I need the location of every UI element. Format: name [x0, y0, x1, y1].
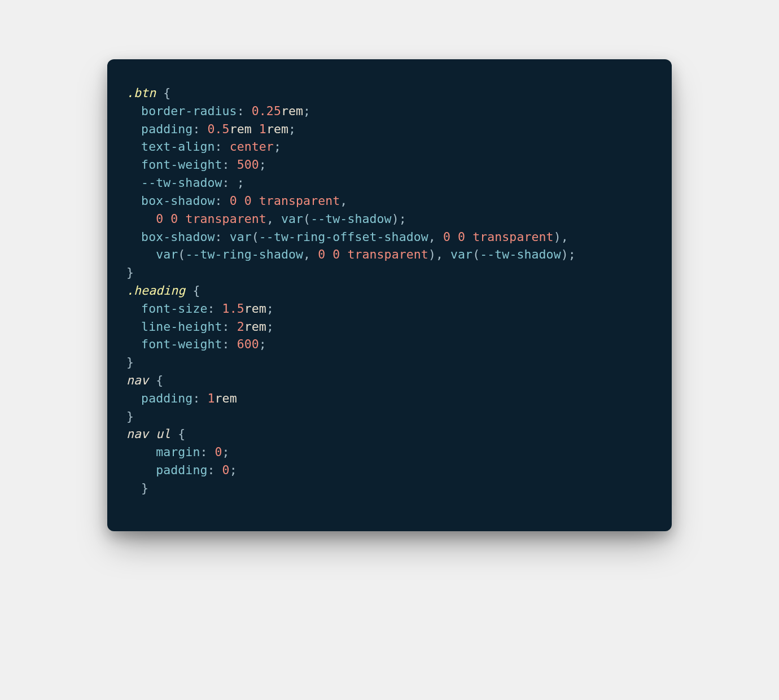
code-token: .heading — [126, 283, 185, 298]
code-token — [126, 104, 141, 118]
code-token: : — [222, 320, 237, 334]
code-token: ; — [259, 158, 266, 172]
code-token: : — [200, 445, 215, 459]
code-token: margin — [156, 445, 200, 459]
code-token: ; — [288, 122, 296, 136]
code-token: , — [428, 230, 443, 244]
code-token: rem — [230, 122, 259, 136]
code-token: : — [192, 122, 207, 136]
code-token — [252, 194, 259, 208]
code-token — [126, 320, 141, 334]
code-token: } — [126, 265, 134, 279]
code-token: } — [126, 409, 134, 423]
code-token: var — [230, 230, 252, 244]
code-token: { — [185, 283, 200, 298]
code-token: nav ul — [126, 427, 170, 441]
code-token: rem — [244, 301, 266, 316]
code-token — [126, 122, 141, 136]
code-token: --tw-shadow — [310, 212, 392, 226]
code-token: ; — [303, 104, 310, 118]
code-token: 1.5 — [222, 301, 244, 316]
code-token: 1 — [208, 391, 215, 405]
code-token: : — [208, 301, 222, 316]
code-content: .btn { border-radius: 0.25rem; padding: … — [126, 84, 653, 497]
code-token — [126, 176, 141, 190]
code-token: transparent — [347, 247, 428, 261]
code-token — [126, 337, 141, 351]
code-token: transparent — [185, 212, 266, 226]
code-token: 0.5 — [208, 122, 230, 136]
code-token: ); — [561, 247, 576, 261]
code-token: ; — [230, 463, 237, 477]
code-token: : — [237, 104, 252, 118]
code-token: var — [450, 247, 472, 261]
code-token — [126, 212, 156, 226]
code-token: box-shadow — [141, 194, 215, 208]
code-token: 600 — [237, 337, 259, 351]
code-token: text-align — [141, 139, 215, 154]
code-token: : ; — [222, 176, 244, 190]
code-token: font-weight — [141, 337, 222, 351]
code-token: ), — [554, 230, 568, 244]
code-token: : — [222, 158, 237, 172]
css-code: .btn { border-radius: 0.25rem; padding: … — [126, 86, 576, 495]
code-token: center — [230, 139, 274, 154]
code-token: , — [303, 247, 318, 261]
code-token — [126, 139, 141, 154]
code-token: : — [215, 194, 230, 208]
code-token: rem — [266, 122, 288, 136]
code-token: 0 0 — [230, 194, 252, 208]
code-token: transparent — [472, 230, 554, 244]
code-token: : — [215, 230, 230, 244]
code-token: 500 — [237, 158, 259, 172]
code-token: , — [340, 194, 347, 208]
code-block[interactable]: .btn { border-radius: 0.25rem; padding: … — [107, 59, 672, 531]
code-token — [126, 247, 156, 261]
code-token — [126, 391, 141, 405]
code-token — [126, 230, 141, 244]
code-token: ( — [472, 247, 480, 261]
code-token: { — [148, 373, 163, 387]
code-token: ; — [266, 320, 274, 334]
code-token: : — [192, 391, 207, 405]
code-token: 0.25 — [252, 104, 281, 118]
code-token — [126, 463, 156, 477]
code-token: 0 0 — [156, 212, 178, 226]
code-token: var — [156, 247, 178, 261]
code-token: font-weight — [141, 158, 222, 172]
code-token: : — [222, 337, 237, 351]
code-token: padding — [141, 391, 192, 405]
code-token: 0 0 — [318, 247, 340, 261]
code-token: transparent — [259, 194, 340, 208]
code-token: { — [156, 86, 170, 100]
code-token: ( — [303, 212, 310, 226]
code-token: rem — [244, 320, 266, 334]
code-token: ; — [266, 301, 274, 316]
code-token: padding — [141, 122, 192, 136]
code-token: } — [126, 481, 148, 495]
code-token: font-size — [141, 301, 207, 316]
code-token: ; — [274, 139, 281, 154]
code-token: ; — [259, 337, 266, 351]
code-token: rem — [215, 391, 237, 405]
code-token — [126, 194, 141, 208]
code-token: --tw-ring-shadow — [185, 247, 303, 261]
code-token: ), — [428, 247, 450, 261]
code-token: , — [266, 212, 281, 226]
code-token: line-height — [141, 320, 222, 334]
code-token: .btn — [126, 86, 156, 100]
code-token: 0 0 — [443, 230, 465, 244]
code-token: ( — [178, 247, 185, 261]
code-token: : — [215, 139, 230, 154]
code-token: ( — [252, 230, 259, 244]
code-token: : — [208, 463, 222, 477]
code-token — [126, 158, 141, 172]
code-token — [178, 212, 185, 226]
code-token — [465, 230, 472, 244]
code-token: { — [170, 427, 185, 441]
code-token: 1 — [259, 122, 266, 136]
code-token — [340, 247, 347, 261]
code-token: ; — [222, 445, 230, 459]
code-token: nav — [126, 373, 148, 387]
code-token: 2 — [237, 320, 244, 334]
